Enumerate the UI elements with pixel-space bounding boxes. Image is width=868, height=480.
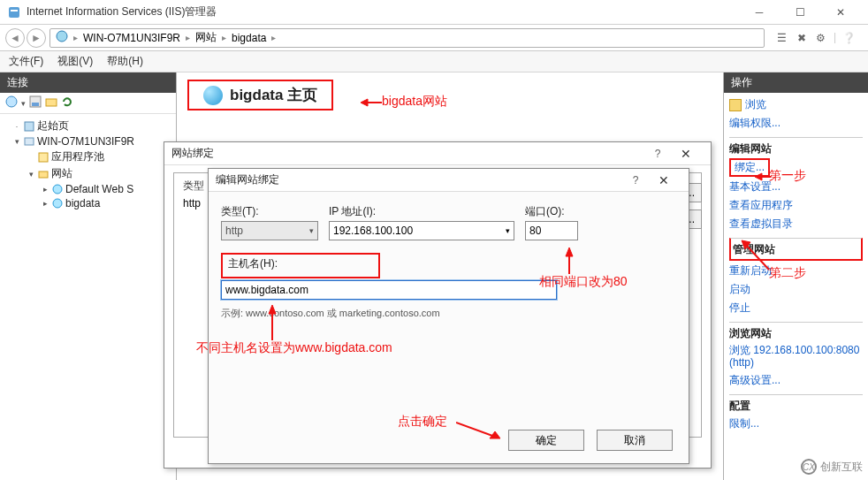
connections-panel: 连接 ▾ ·起始页 ▾WIN-O7M1UN3IF9R 应用程序池 ▾网站 ▸De… bbox=[0, 72, 177, 480]
svg-rect-0 bbox=[9, 7, 19, 18]
svg-marker-14 bbox=[361, 99, 368, 106]
globe-icon bbox=[56, 30, 68, 45]
menu-bar: 文件(F) 视图(V) 帮助(H) bbox=[0, 51, 868, 72]
dialog-edit-binding: 编辑网站绑定 ? ✕ 类型(T): http▾ IP 地址(I): 192.16… bbox=[208, 168, 689, 464]
hostname-hint: 示例: www.contoso.com 或 marketing.contoso.… bbox=[221, 307, 676, 320]
app-icon bbox=[7, 5, 21, 19]
tree-start-page[interactable]: ·起始页 bbox=[2, 118, 174, 134]
svg-rect-7 bbox=[25, 122, 34, 131]
menu-view[interactable]: 视图(V) bbox=[57, 54, 93, 69]
tree-server[interactable]: ▾WIN-O7M1UN3IF9R bbox=[2, 134, 174, 149]
lbl-type: 类型(T): bbox=[221, 204, 318, 219]
window-titlebar: Internet Information Services (IIS)管理器 ─… bbox=[0, 0, 868, 25]
connections-header: 连接 bbox=[0, 72, 176, 93]
lbl-host: 主机名(H): bbox=[228, 257, 278, 270]
svg-point-11 bbox=[53, 185, 62, 194]
anno-host: 不同主机名设置为www.bigdata.com bbox=[196, 340, 392, 356]
action-limits[interactable]: 限制... bbox=[729, 415, 863, 432]
input-hostname[interactable] bbox=[221, 280, 557, 300]
watermark-text: 创新互联 bbox=[820, 460, 863, 475]
watermark: CX 创新互联 bbox=[801, 459, 863, 475]
svg-rect-8 bbox=[25, 138, 34, 145]
folder-icon[interactable] bbox=[45, 95, 57, 110]
globe-icon bbox=[203, 86, 223, 105]
anno-step1: 第一步 bbox=[769, 168, 806, 184]
nav-forward-button[interactable]: ► bbox=[27, 28, 46, 48]
dialog-close-button[interactable]: ✕ bbox=[668, 147, 704, 161]
action-edit-permissions[interactable]: 编辑权限... bbox=[729, 115, 863, 132]
svg-point-3 bbox=[6, 96, 17, 107]
action-explore[interactable]: 浏览 bbox=[729, 96, 863, 113]
anno-step2: 第二步 bbox=[769, 265, 806, 281]
dialog-bindings-title: 网站绑定 bbox=[171, 146, 214, 161]
anno-port: 相同端口改为80 bbox=[539, 274, 628, 290]
dialog-help-icon[interactable]: ? bbox=[647, 148, 668, 160]
menu-file[interactable]: 文件(F) bbox=[9, 54, 43, 69]
menu-help[interactable]: 帮助(H) bbox=[107, 54, 143, 69]
action-view-apps[interactable]: 查看应用程序 bbox=[729, 197, 863, 214]
svg-line-17 bbox=[745, 244, 769, 270]
action-view-vdirs[interactable]: 查看虚拟目录 bbox=[729, 216, 863, 232]
minimize-button[interactable]: ─ bbox=[739, 0, 780, 25]
actions-header: 操作 bbox=[724, 72, 868, 93]
action-browse-url[interactable]: 浏览 192.168.100.100:8080 (http) bbox=[729, 343, 863, 370]
action-start[interactable]: 启动 bbox=[729, 281, 863, 298]
watermark-logo-icon: CX bbox=[801, 459, 817, 475]
input-port[interactable] bbox=[525, 221, 578, 240]
page-title: bigdata 主页 bbox=[230, 85, 317, 105]
connect-icon[interactable] bbox=[5, 95, 18, 110]
svg-marker-22 bbox=[269, 305, 276, 314]
maximize-button[interactable]: ☐ bbox=[780, 0, 820, 25]
folder-open-icon bbox=[729, 99, 742, 111]
svg-rect-6 bbox=[46, 99, 57, 106]
window-title: Internet Information Services (IIS)管理器 bbox=[27, 4, 739, 19]
save-icon[interactable] bbox=[29, 95, 42, 110]
action-stop[interactable]: 停止 bbox=[729, 300, 863, 316]
svg-rect-9 bbox=[39, 153, 48, 162]
select-ip[interactable]: 192.168.100.100▾ bbox=[329, 221, 514, 240]
svg-rect-10 bbox=[39, 171, 48, 178]
anno-bigdata-site: bigdata网站 bbox=[382, 94, 447, 110]
tool-icon-2[interactable]: ✖ bbox=[795, 31, 809, 45]
lbl-ip: IP 地址(I): bbox=[329, 204, 514, 219]
lbl-port: 端口(O): bbox=[525, 204, 587, 219]
cancel-button[interactable]: 取消 bbox=[597, 430, 673, 451]
tree-default-site[interactable]: ▸Default Web S bbox=[2, 182, 174, 196]
group-browse-site: 浏览网站 bbox=[729, 322, 863, 341]
group-edit-site: 编辑网站 bbox=[729, 137, 863, 156]
dialog-edit-title: 编辑网站绑定 bbox=[216, 172, 279, 187]
nav-back-button[interactable]: ◄ bbox=[5, 28, 25, 48]
svg-line-23 bbox=[456, 423, 495, 437]
connections-tree: ·起始页 ▾WIN-O7M1UN3IF9R 应用程序池 ▾网站 ▸Default… bbox=[0, 114, 176, 214]
bc-server: WIN-O7M1UN3IF9R bbox=[83, 32, 180, 44]
help-icon[interactable]: ❔ bbox=[841, 31, 856, 45]
tool-icon-1[interactable]: ☰ bbox=[775, 31, 789, 45]
tree-app-pools[interactable]: 应用程序池 bbox=[2, 149, 174, 165]
svg-point-12 bbox=[53, 199, 62, 208]
ok-button[interactable]: 确定 bbox=[508, 430, 584, 451]
svg-marker-16 bbox=[755, 173, 762, 180]
dialog-help-icon[interactable]: ? bbox=[625, 174, 646, 187]
svg-point-2 bbox=[57, 31, 67, 42]
breadcrumb[interactable]: ▸ WIN-O7M1UN3IF9R ▸ 网站 ▸ bigdata ▸ bbox=[49, 28, 765, 48]
select-type: http▾ bbox=[221, 221, 318, 240]
tree-sites[interactable]: ▾网站 bbox=[2, 165, 174, 182]
tree-bigdata-site[interactable]: ▸bigdata bbox=[2, 196, 174, 210]
bc-sites: 网站 bbox=[195, 30, 217, 45]
action-advanced-settings[interactable]: 高级设置... bbox=[729, 372, 863, 389]
refresh-icon[interactable] bbox=[61, 95, 73, 110]
dialog-close-button[interactable]: ✕ bbox=[646, 173, 681, 187]
group-config: 配置 bbox=[729, 394, 863, 414]
anno-ok: 点击确定 bbox=[398, 414, 447, 430]
address-bar: ◄ ► ▸ WIN-O7M1UN3IF9R ▸ 网站 ▸ bigdata ▸ ☰… bbox=[0, 25, 868, 51]
svg-rect-5 bbox=[32, 103, 39, 106]
bc-site: bigdata bbox=[232, 32, 266, 44]
svg-marker-20 bbox=[566, 248, 573, 256]
close-button[interactable]: ✕ bbox=[820, 0, 861, 25]
tool-icon-3[interactable]: ⚙ bbox=[814, 31, 828, 45]
svg-rect-1 bbox=[11, 10, 18, 11]
